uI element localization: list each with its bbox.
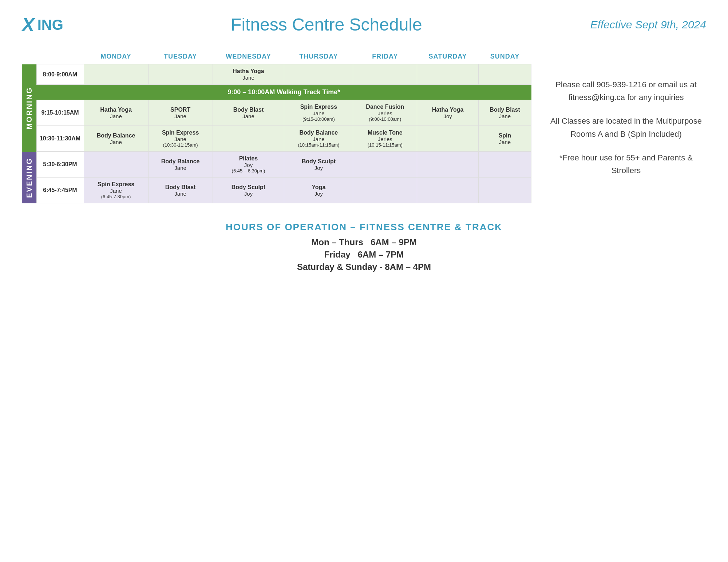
evening-label: EVENING [22,152,36,203]
cell-sat-1030 [417,126,479,152]
logo-ing: ING [37,17,63,32]
cell-tue-800 [148,64,213,85]
logo: X ING [22,15,63,34]
schedule-table-area: MONDAY TUESDAY WEDNESDAY THURSDAY FRIDAY… [22,49,531,203]
cell-fri-530 [353,152,417,178]
cell-sun-800 [478,64,531,85]
side-info: Please call 905-939-1216 or email us at … [531,49,706,203]
hours-friday: Friday 6AM – 7PM [22,250,706,260]
cell-wed-800: Hatha Yoga Jane [213,64,284,85]
cell-sun-915: Body Blast Jane [478,100,531,126]
cell-thu-1030: Body Balance Jane (10:15am-11:15am) [284,126,353,152]
col-header-thursday: THURSDAY [284,49,353,64]
cell-wed-1030 [213,126,284,152]
cell-tue-530: Body Balance Jane [148,152,213,178]
col-header-time [36,49,84,64]
class-name: Hatha Yoga [216,68,281,75]
page-title: Fitness Centre Schedule [63,15,590,35]
cell-fri-1030: Muscle Tone Jeries (10:15-11:15am) [353,126,417,152]
cell-wed-530: Pilates Joy (5:45 – 6:30pm) [213,152,284,178]
cell-mon-645: Spin Express Jane (6:45-7:30pm) [84,178,148,203]
time-530: 5:30-6:30PM [36,152,84,178]
hours-mon-thurs: Mon – Thurs 6AM – 9PM [22,237,706,247]
morning-label: MORNING [22,64,36,152]
location-info: All Classes are located in the Multipurp… [546,115,706,140]
time-915: 9:15-10:15AM [36,100,84,126]
schedule-table: MONDAY TUESDAY WEDNESDAY THURSDAY FRIDAY… [22,49,531,203]
cell-thu-645: Yoga Joy [284,178,353,203]
cell-sat-530 [417,152,479,178]
cell-fri-915: Dance Fusion Jeries (9:00-10:00am) [353,100,417,126]
cell-thu-800 [284,64,353,85]
cell-wed-915: Body Blast Jane [213,100,284,126]
page-header: X ING Fitness Centre Schedule Effective … [22,15,706,35]
instructor: Jane [216,75,281,81]
hours-section: HOURS OF OPERATION – FITNESS CENTRE & TR… [22,222,706,272]
cell-sun-645 [478,178,531,203]
cell-thu-530: Body Sculpt Joy [284,152,353,178]
cell-mon-530 [84,152,148,178]
cell-tue-645: Body Blast Jane [148,178,213,203]
cell-tue-915: SPORT Jane [148,100,213,126]
schedule-section: MONDAY TUESDAY WEDNESDAY THURSDAY FRIDAY… [22,49,706,203]
effective-date: Effective Sept 9th, 2024 [590,19,706,31]
col-header-tuesday: TUESDAY [148,49,213,64]
time-645: 6:45-7:45PM [36,178,84,203]
col-header-monday: MONDAY [84,49,148,64]
cell-sat-800 [417,64,479,85]
col-header-wednesday: WEDNESDAY [213,49,284,64]
time-1030: 10:30-11:30AM [36,126,84,152]
cell-mon-1030: Body Balance Jane [84,126,148,152]
note-info: *Free hour use for 55+ and Parents & Str… [546,151,706,177]
cell-fri-800 [353,64,417,85]
cell-sun-530 [478,152,531,178]
col-header-sunday: SUNDAY [478,49,531,64]
cell-sat-645 [417,178,479,203]
cell-fri-645 [353,178,417,203]
logo-x: X [22,15,35,34]
cell-mon-800 [84,64,148,85]
cell-sun-1030: Spin Jane [478,126,531,152]
contact-info: Please call 905-939-1216 or email us at … [546,78,706,104]
hours-title: HOURS OF OPERATION – FITNESS CENTRE & TR… [22,222,706,233]
col-header-saturday: SATURDAY [417,49,479,64]
cell-mon-915: Hatha Yoga Jane [84,100,148,126]
track-row: 9:00 – 10:00AM Walking Track Time* [36,85,531,100]
col-header-friday: FRIDAY [353,49,417,64]
time-800: 8:00-9:00AM [36,64,84,85]
cell-thu-915: Spin Express Jane (9:15-10:00am) [284,100,353,126]
cell-wed-645: Body Sculpt Joy [213,178,284,203]
hours-weekend: Saturday & Sunday - 8AM – 4PM [22,262,706,272]
cell-sat-915: Hatha Yoga Joy [417,100,479,126]
cell-tue-1030: Spin Express Jane (10:30-11:15am) [148,126,213,152]
